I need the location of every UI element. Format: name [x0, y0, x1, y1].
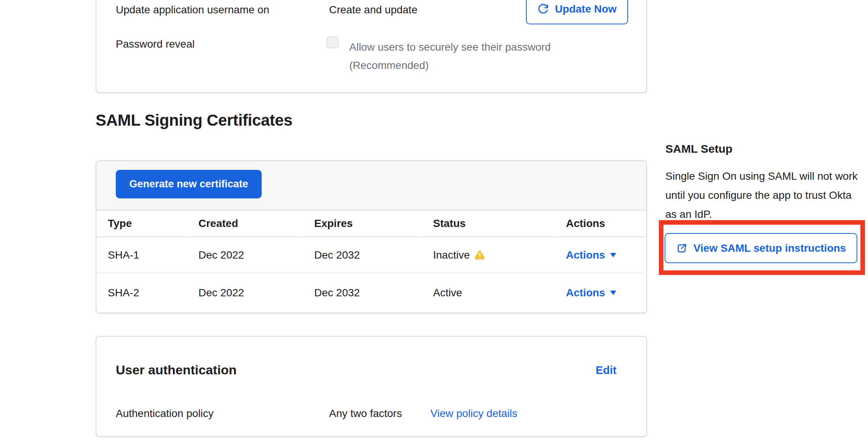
edit-user-authentication-link[interactable]: Edit [596, 364, 617, 377]
update-username-label: Update application username on [116, 4, 269, 16]
view-saml-setup-instructions-button[interactable]: View SAML setup instructions [665, 233, 857, 263]
external-link-icon [676, 243, 687, 254]
actions-label: Actions [566, 287, 605, 299]
certificates-panel-header: Generate new certificate [96, 161, 646, 211]
password-reveal-checkbox[interactable] [326, 37, 339, 48]
cert-row-sha2-status: Active [422, 273, 553, 312]
authentication-policy-label: Authentication policy [116, 407, 214, 420]
cert-row-sha1-status: Inactive [422, 237, 553, 273]
password-reveal-checkbox-note: (Recommended) [349, 56, 623, 75]
app-username-settings-panel: Update application username on Create an… [96, 0, 647, 93]
column-header-expires: Expires [303, 211, 420, 237]
generate-certificate-button[interactable]: Generate new certificate [116, 170, 262, 198]
cert-row-sha2-created: Dec 2022 [187, 273, 301, 312]
warning-icon [475, 250, 485, 260]
actions-label: Actions [566, 249, 605, 261]
cert-row-sha2-type: SHA-2 [96, 273, 185, 312]
cert-row-sha2-expires: Dec 2032 [303, 273, 420, 312]
update-username-value: Create and update [329, 4, 417, 16]
column-header-actions: Actions [555, 211, 645, 237]
sha1-actions-dropdown[interactable]: Actions [566, 249, 616, 261]
password-reveal-label: Password reveal [116, 38, 195, 50]
view-policy-details-link[interactable]: View policy details [430, 407, 517, 420]
chevron-down-icon [610, 253, 616, 257]
user-authentication-panel: User authentication Edit Authentication … [96, 336, 647, 437]
chevron-down-icon [610, 291, 616, 295]
view-saml-setup-instructions-label: View SAML setup instructions [694, 242, 846, 254]
column-header-status: Status [422, 211, 553, 237]
okta-saml-settings-page: Update application username on Create an… [0, 0, 868, 441]
sha2-actions-dropdown[interactable]: Actions [566, 287, 616, 299]
saml-setup-heading: SAML Setup [665, 142, 732, 155]
saml-signing-certificates-heading: SAML Signing Certificates [96, 111, 293, 129]
column-header-type: Type [96, 211, 185, 237]
update-now-button[interactable]: Update Now [526, 0, 628, 24]
password-reveal-checkbox-label: Allow users to securely see their passwo… [349, 38, 623, 56]
certificates-table: Type Created Expires Status Actions SHA-… [96, 211, 646, 312]
update-now-label: Update Now [555, 3, 617, 15]
cert-row-sha1-created: Dec 2022 [187, 237, 301, 273]
authentication-policy-value: Any two factors [329, 407, 402, 420]
refresh-icon [537, 3, 549, 15]
saml-setup-description: Single Sign On using SAML will not work … [665, 167, 862, 224]
user-authentication-heading: User authentication [116, 363, 237, 377]
column-header-created: Created [187, 211, 301, 237]
status-text: Inactive [433, 249, 470, 261]
cert-row-sha1-actions-cell: Actions [555, 237, 645, 273]
cert-row-sha1-type: SHA-1 [96, 237, 185, 273]
cert-row-sha1-expires: Dec 2032 [303, 237, 420, 273]
certificates-panel: Generate new certificate Type Created Ex… [96, 160, 647, 313]
cert-row-sha2-actions-cell: Actions [555, 273, 645, 312]
